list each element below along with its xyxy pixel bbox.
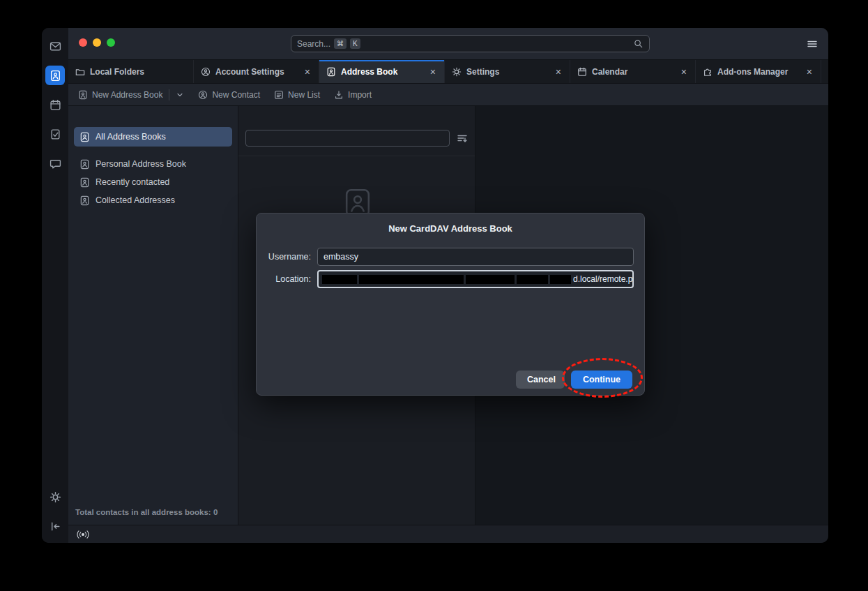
import-button[interactable]: Import	[334, 90, 372, 100]
contacts-search-input[interactable]	[245, 130, 450, 147]
address-book-icon	[50, 70, 61, 82]
dialog-buttons: Cancel Continue	[516, 371, 632, 389]
tab-close-icon[interactable]: ×	[303, 67, 312, 77]
list-icon	[274, 90, 284, 100]
new-carddav-dialog: New CardDAV Address Book Username: Locat…	[256, 213, 645, 396]
location-label: Location:	[257, 274, 311, 284]
import-icon	[334, 90, 344, 100]
app-menu-button[interactable]	[807, 38, 818, 50]
username-label: Username:	[257, 252, 311, 262]
spaces-settings-button[interactable]	[45, 487, 65, 507]
tasks-icon	[50, 128, 61, 140]
spaces-toolbar	[42, 28, 68, 543]
folder-icon	[75, 67, 85, 77]
tab-bar: Local Folders Account Settings × Address…	[68, 60, 828, 84]
minimize-window-button[interactable]	[93, 38, 101, 47]
address-book-item-personal[interactable]: Personal Address Book	[74, 155, 232, 173]
contacts-search-row	[238, 106, 475, 156]
chat-space-button[interactable]	[45, 154, 65, 173]
location-row: Location: d.local/remote.p	[257, 270, 644, 288]
tasks-space-button[interactable]	[45, 124, 65, 144]
address-book-item-recent[interactable]: Recently contacted	[74, 173, 232, 191]
address-book-toolbar: New Address Book New Contact	[68, 84, 828, 106]
address-book-icon	[326, 67, 336, 77]
gear-icon	[452, 67, 462, 77]
tab-settings[interactable]: Settings ×	[445, 60, 570, 83]
calendar-icon	[577, 67, 587, 77]
cancel-button[interactable]: Cancel	[516, 371, 565, 389]
mail-space-button[interactable]	[45, 36, 65, 56]
redaction-bar	[466, 275, 515, 284]
tab-account-settings[interactable]: Account Settings ×	[194, 60, 319, 83]
account-settings-icon	[201, 67, 211, 77]
tab-close-icon[interactable]: ×	[429, 67, 437, 77]
chevron-down-icon[interactable]	[176, 91, 184, 99]
location-visible-text: d.local/remote.p	[573, 274, 632, 284]
new-list-button[interactable]: New List	[274, 90, 320, 100]
search-placeholder: Search...	[297, 39, 330, 49]
redaction-bar	[322, 275, 357, 284]
calendar-space-button[interactable]	[45, 95, 65, 114]
tab-close-icon[interactable]: ×	[554, 67, 563, 77]
contact-icon	[198, 90, 208, 100]
macos-window-controls	[79, 38, 115, 47]
address-book-item-all[interactable]: All Address Books	[74, 127, 232, 147]
zoom-window-button[interactable]	[107, 38, 115, 47]
tab-close-icon[interactable]: ×	[680, 67, 688, 77]
search-icon	[633, 38, 644, 49]
total-contacts-status: Total contacts in all address books: 0	[75, 508, 218, 516]
display-options-icon[interactable]	[457, 133, 468, 144]
status-bar	[68, 525, 828, 543]
puzzle-icon	[703, 67, 713, 77]
titlebar: Search... ⌘ K	[68, 28, 828, 60]
address-book-space-button[interactable]	[45, 66, 65, 85]
username-input[interactable]	[317, 248, 634, 266]
global-search-bar[interactable]: Search... ⌘ K	[291, 35, 650, 52]
collapse-spaces-button[interactable]	[45, 516, 65, 536]
new-address-book-button[interactable]: New Address Book	[78, 89, 184, 100]
continue-button[interactable]: Continue	[571, 371, 632, 389]
hamburger-icon	[807, 38, 818, 50]
close-window-button[interactable]	[79, 38, 87, 47]
location-input[interactable]: d.local/remote.p	[317, 270, 634, 288]
redaction-bar	[359, 275, 464, 284]
tab-address-book[interactable]: Address Book ×	[319, 60, 445, 83]
k-key-badge: K	[350, 38, 360, 49]
gear-icon	[50, 491, 61, 503]
address-book-icon	[79, 132, 90, 142]
address-book-icon	[79, 159, 90, 170]
address-books-pane: All Address Books Personal Address Book …	[68, 106, 238, 525]
new-contact-button[interactable]: New Contact	[198, 90, 260, 100]
tab-close-icon[interactable]: ×	[805, 67, 814, 77]
dialog-title: New CardDAV Address Book	[257, 214, 644, 234]
address-book-icon	[79, 177, 90, 188]
redaction-bar	[550, 275, 571, 284]
desktop-background: Search... ⌘ K	[0, 0, 868, 591]
address-book-icon	[78, 90, 88, 100]
chat-icon	[50, 158, 61, 170]
username-row: Username:	[257, 248, 644, 266]
envelope-icon	[50, 40, 61, 52]
tab-calendar[interactable]: Calendar ×	[570, 60, 696, 83]
cmd-key-badge: ⌘	[334, 38, 347, 49]
address-book-item-collected[interactable]: Collected Addresses	[74, 191, 232, 209]
address-book-icon	[79, 195, 90, 206]
collapse-icon	[50, 521, 61, 532]
tab-addons-manager[interactable]: Add-ons Manager ×	[696, 60, 821, 83]
calendar-icon	[50, 99, 61, 111]
redaction-bar	[517, 275, 548, 284]
tab-local-folders[interactable]: Local Folders	[68, 60, 194, 83]
split-button-divider	[169, 89, 169, 100]
broadcast-icon	[76, 530, 90, 539]
